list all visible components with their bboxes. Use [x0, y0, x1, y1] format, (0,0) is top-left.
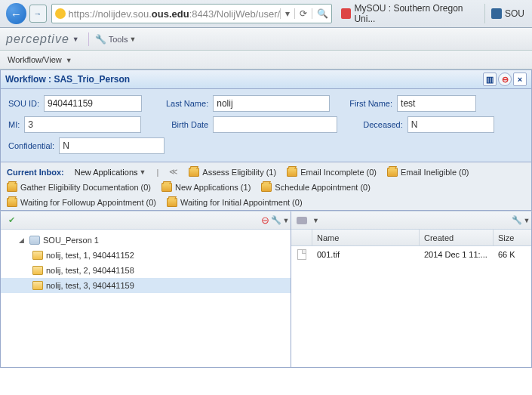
file-icon [297, 249, 306, 260]
file-created: 2014 Dec 1 11:... [420, 250, 494, 259]
workflow-view-menu[interactable]: Workflow/View ▼ [0, 51, 532, 69]
mi-input[interactable] [24, 116, 141, 133]
inbox-chip-waiting-initial[interactable]: Waiting for Initial Appointment (0) [167, 198, 303, 207]
wrench-icon: 🔧 [95, 34, 106, 45]
brand-label: perceptive [6, 32, 69, 46]
inbox-chip-email-incomplete[interactable]: Email Incomplete (0) [287, 168, 377, 177]
search-icon[interactable]: 🔍 [312, 8, 328, 19]
box-icon [7, 183, 17, 192]
folder-icon [32, 251, 43, 260]
tools-label: Tools [109, 35, 128, 44]
site-favicon [55, 8, 66, 19]
file-row[interactable]: 001.tif 2014 Dec 1 11:... 66 K [291, 246, 531, 263]
mysou-favicon-icon [341, 8, 351, 19]
box-icon [189, 168, 199, 177]
panel-close-icon[interactable]: ⊖ [498, 73, 512, 86]
reload-icon[interactable]: ⟳ [294, 8, 307, 19]
search-form: SOU ID: Last Name: First Name: MI: Birth… [0, 89, 532, 162]
tools-menu[interactable]: 🔧 Tools ▼ [95, 34, 137, 45]
box-icon [387, 168, 398, 177]
col-size[interactable]: Size [494, 230, 531, 245]
person-icon [29, 236, 40, 245]
chevron-down-icon: ▼ [128, 35, 136, 43]
check-icon[interactable]: ✔ [5, 214, 17, 227]
inbox-panel: Current Inbox: New Applications ▼ | ≪ As… [0, 162, 532, 211]
file-size: 66 K [494, 250, 531, 259]
wrench-icon[interactable]: 🔧▼ [515, 214, 527, 227]
tree-pane: ✔ ⊖ 🔧▼ ◢ SOU_Person 1 nolij, test, 1, 94… [1, 211, 291, 367]
confidential-input[interactable] [59, 137, 165, 154]
box-icon [7, 198, 17, 207]
inbox-selected: New Applications [75, 168, 138, 177]
inbox-chip-schedule-appointment[interactable]: Schedule Appointment (0) [261, 183, 371, 192]
back-button[interactable]: ← [6, 3, 26, 24]
inbox-chip-gather-eligibility[interactable]: Gather Eligibility Documentation (0) [7, 183, 151, 192]
col-name[interactable]: Name [312, 230, 420, 245]
tree-item-label: nolij, test, 1, 940441152 [46, 251, 134, 260]
scroll-left-icon[interactable]: ≪ [169, 167, 178, 177]
inbox-chip-new-applications[interactable]: New Applications (1) [161, 183, 251, 192]
mi-label: MI: [8, 120, 20, 129]
deceased-label: Deceased: [363, 120, 403, 129]
inbox-selector[interactable]: New Applications ▼ [75, 168, 146, 177]
address-bar[interactable]: https://nolijdev.sou.ous.edu:8443/NolijW… [51, 4, 333, 23]
file-pane: ▼ 🔧▼ Name Created Size 001.tif 2014 Dec … [291, 211, 531, 367]
brand-dropdown-icon[interactable]: ▼ [69, 35, 82, 43]
tab-label: SOU [505, 8, 524, 19]
tab-label: MySOU : Southern Oregon Uni... [354, 3, 480, 24]
box-icon [261, 183, 272, 192]
sou-id-input[interactable] [44, 95, 142, 112]
box-icon [167, 198, 177, 207]
cancel-icon[interactable]: ⊖ [259, 214, 271, 227]
result-tree[interactable]: ◢ SOU_Person 1 nolij, test, 1, 940441152… [1, 230, 291, 367]
tree-item[interactable]: nolij, test, 2, 940441158 [1, 263, 291, 278]
forward-button[interactable]: → [29, 5, 47, 23]
confidential-label: Confidential: [8, 141, 54, 150]
tab-mysou[interactable]: MySOU : Southern Oregon Uni... [337, 4, 484, 23]
wrench-icon[interactable]: 🔧▼ [274, 214, 286, 227]
chevron-down-icon: ▼ [64, 57, 72, 64]
last-name-input[interactable] [213, 95, 330, 112]
birth-date-input[interactable] [213, 116, 337, 133]
tab-sou[interactable]: SOU [484, 4, 529, 23]
inbox-chip-email-ineligible[interactable]: Email Ineligible (0) [387, 168, 469, 177]
sou-favicon-icon [491, 8, 502, 19]
tree-item-label: nolij, test, 3, 940441159 [46, 281, 134, 290]
tree-item-label: nolij, test, 2, 940441158 [46, 266, 134, 275]
panel-title: Workflow : SAS_Trio_Person [5, 74, 481, 85]
deceased-input[interactable] [407, 116, 494, 133]
box-icon [161, 183, 172, 192]
first-name-label: First Name: [349, 99, 392, 108]
url-text: https://nolijdev.sou.ous.edu:8443/NolijW… [69, 8, 281, 20]
tree-root-label: SOU_Person 1 [43, 236, 99, 245]
tree-item-selected[interactable]: nolij, test, 3, 940441159 [1, 278, 291, 293]
inbox-chip-waiting-followup[interactable]: Waiting for Followup Appointment (0) [7, 198, 156, 207]
current-inbox-label: Current Inbox: [7, 168, 64, 177]
file-list-header: Name Created Size [291, 230, 531, 246]
chevron-down-icon[interactable]: ▼ [311, 217, 319, 224]
tree-item[interactable]: nolij, test, 1, 940441152 [1, 248, 291, 263]
panel-x-icon[interactable]: × [513, 73, 527, 86]
box-icon [287, 168, 297, 177]
camera-icon[interactable] [296, 214, 308, 227]
tree-root[interactable]: ◢ SOU_Person 1 [1, 233, 291, 248]
panel-tool-icon[interactable]: ▥ [483, 73, 497, 86]
last-name-label: Last Name: [166, 99, 208, 108]
sou-id-label: SOU ID: [8, 99, 39, 108]
col-created[interactable]: Created [420, 230, 494, 245]
workflow-view-label: Workflow/View [8, 55, 62, 64]
workflow-panel-header: Workflow : SAS_Trio_Person ▥ ⊖ × [0, 69, 532, 89]
folder-icon [32, 281, 43, 290]
separator [88, 32, 89, 46]
chevron-down-icon: ▼ [138, 168, 146, 176]
app-toolbar: perceptive ▼ 🔧 Tools ▼ [0, 28, 532, 51]
birth-date-label: Birth Date [171, 120, 208, 129]
file-name: 001.tif [312, 250, 420, 259]
inbox-chip-assess-eligibility[interactable]: Assess Eligibility (1) [189, 168, 276, 177]
folder-icon [32, 266, 43, 275]
collapse-icon[interactable]: ◢ [19, 236, 26, 244]
dropdown-icon[interactable]: ▾ [280, 8, 290, 19]
first-name-input[interactable] [397, 95, 476, 112]
separator: | [156, 168, 158, 177]
